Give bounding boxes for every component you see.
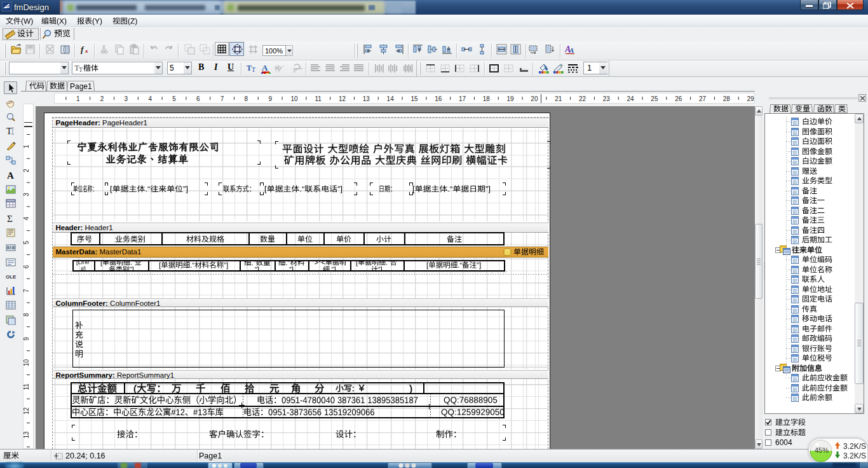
svg-text:4: 4: [23, 217, 30, 221]
svg-text:Σ: Σ: [7, 214, 13, 223]
svg-text:13: 13: [363, 95, 370, 102]
svg-text:9: 9: [268, 95, 272, 102]
svg-text:10: 10: [23, 359, 30, 367]
svg-text:T: T: [6, 127, 12, 136]
svg-text:20: 20: [531, 95, 538, 102]
svg-text:1: 1: [76, 95, 80, 102]
svg-text:22: 22: [579, 95, 587, 102]
svg-text:2: 2: [100, 95, 104, 102]
svg-text:3: 3: [125, 95, 128, 102]
svg-text:14: 14: [387, 95, 395, 102]
svg-text:T: T: [247, 64, 252, 72]
svg-text:2: 2: [23, 169, 30, 172]
svg-text:5: 5: [172, 95, 176, 102]
svg-text:5: 5: [23, 240, 30, 244]
svg-text:f: f: [81, 45, 85, 54]
svg-text:24: 24: [627, 95, 635, 102]
svg-text:19: 19: [507, 95, 515, 102]
svg-text:12: 12: [339, 95, 346, 102]
svg-text:A: A: [7, 170, 14, 180]
svg-text:OLE: OLE: [6, 274, 16, 280]
svg-text:6: 6: [23, 265, 30, 268]
svg-text:23: 23: [603, 95, 611, 102]
svg-text:8: 8: [23, 313, 30, 317]
svg-text:27: 27: [699, 95, 707, 102]
svg-text:10: 10: [290, 95, 298, 102]
svg-text:T: T: [79, 66, 83, 72]
svg-text:13: 13: [23, 431, 30, 439]
svg-text:28: 28: [723, 95, 731, 102]
svg-text:3: 3: [23, 193, 30, 196]
svg-text:7: 7: [23, 289, 30, 292]
svg-text:11: 11: [23, 383, 30, 390]
svg-text:7: 7: [220, 95, 224, 102]
svg-text:T: T: [252, 66, 255, 73]
svg-text:29: 29: [747, 95, 755, 102]
svg-text:17: 17: [459, 95, 466, 102]
svg-text:4: 4: [148, 95, 152, 102]
svg-text:21: 21: [555, 95, 562, 102]
svg-text:25: 25: [651, 95, 658, 102]
svg-text:x: x: [85, 48, 88, 54]
svg-text:11: 11: [315, 95, 322, 102]
svg-text:18: 18: [483, 95, 491, 102]
svg-text:8: 8: [245, 95, 248, 102]
svg-text:16: 16: [435, 95, 442, 102]
svg-text:6: 6: [196, 95, 200, 102]
svg-text:A: A: [262, 63, 268, 72]
svg-text:26: 26: [675, 95, 682, 102]
svg-text:1: 1: [23, 144, 30, 148]
svg-text:A: A: [569, 46, 574, 54]
svg-text:15: 15: [410, 95, 418, 102]
svg-text:12: 12: [23, 407, 30, 415]
svg-text:9: 9: [23, 337, 30, 341]
